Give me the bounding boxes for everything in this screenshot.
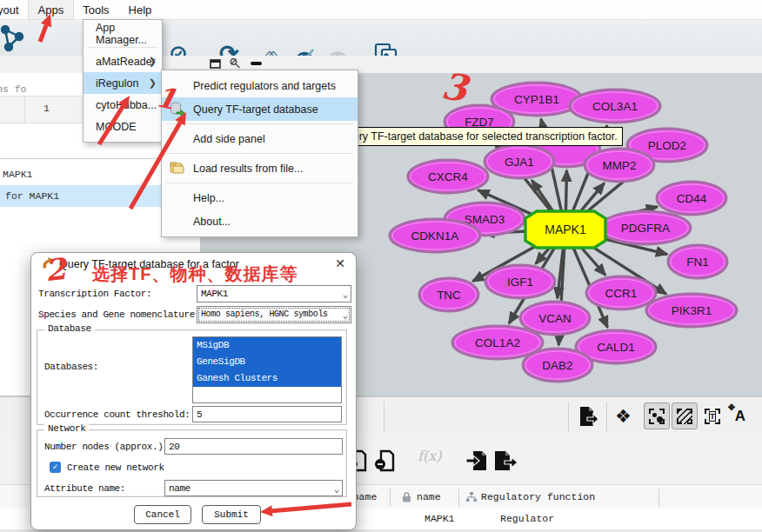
svg-text:IGF1: IGF1 bbox=[507, 276, 533, 289]
lock-icon bbox=[402, 492, 411, 505]
network-group: Network Number nodes (approx.): 20 ✓ Cre… bbox=[37, 429, 347, 497]
export-table-icon[interactable] bbox=[492, 449, 518, 475]
network-node-CD44[interactable]: CD44 bbox=[657, 182, 726, 215]
close-icon[interactable]: ✕ bbox=[335, 256, 345, 270]
network-icon[interactable] bbox=[0, 23, 33, 56]
export-view-icon[interactable] bbox=[577, 405, 599, 431]
attribute-name-label: Attribute name: bbox=[44, 483, 125, 494]
network-node-CCR1[interactable]: CCR1 bbox=[586, 276, 656, 309]
cell-name: MAPK1 bbox=[424, 513, 455, 524]
menu-layout[interactable]: yout bbox=[0, 0, 29, 19]
menu-item-iregulon[interactable]: iRegulon❯ bbox=[84, 72, 162, 94]
menu-bar: yout Apps Tools Help bbox=[0, 0, 762, 20]
menu-item-app-manager[interactable]: App Manager... bbox=[84, 23, 162, 44]
list-item[interactable]: Ganesh Clusters bbox=[193, 370, 341, 387]
databases-listbox[interactable]: MSigDB GeneSigDB Ganesh Clusters bbox=[192, 336, 342, 403]
move-labels-button[interactable]: ✥A bbox=[727, 402, 753, 429]
column-regulatory-function[interactable]: Regulatory function bbox=[481, 491, 595, 502]
database-group: Database Databases: MSigDB GeneSigDB Gan… bbox=[37, 329, 347, 425]
move-arrows-icon: ✥ bbox=[728, 402, 735, 412]
menu-item-amatreader[interactable]: aMatReader❯ bbox=[84, 50, 162, 72]
column-name[interactable]: name bbox=[417, 491, 441, 502]
delete-column-icon[interactable] bbox=[374, 449, 397, 475]
number-nodes-label: Number nodes (approx.): bbox=[44, 442, 169, 452]
network-node-center-MAPK1[interactable]: MAPK1 bbox=[525, 211, 605, 248]
list-item[interactable]: GeneSigDB bbox=[193, 354, 341, 370]
function-builder-icon[interactable]: f(x) bbox=[418, 448, 441, 464]
dialog-titlebar[interactable]: Query TF-target database for a factor ✕ bbox=[31, 253, 356, 276]
submit-button[interactable]: Submit bbox=[202, 505, 261, 524]
menu-item-predict-regulators[interactable]: Predict regulators and targets bbox=[162, 74, 358, 97]
select-annotations-button[interactable]: T bbox=[699, 402, 725, 429]
folder-icon bbox=[169, 160, 185, 178]
svg-text:DAB2: DAB2 bbox=[542, 359, 572, 372]
dialog-wizard-icon bbox=[41, 257, 56, 275]
submenu-arrow-icon: ❯ bbox=[149, 56, 157, 67]
menu-item-about[interactable]: About... bbox=[162, 209, 358, 233]
menu-item-add-side-panel[interactable]: Add side panel bbox=[162, 127, 358, 150]
menu-tools[interactable]: Tools bbox=[73, 0, 118, 19]
tf-combobox[interactable]: MAPK1⌄ bbox=[197, 285, 351, 303]
svg-text:CCR1: CCR1 bbox=[605, 287, 638, 300]
cell-regulatory-function: Regulator bbox=[500, 513, 554, 524]
svg-text:CALD1: CALD1 bbox=[597, 341, 635, 354]
network-node-CXCR4[interactable]: CXCR4 bbox=[408, 160, 488, 193]
number-nodes-input[interactable]: 20 bbox=[164, 438, 343, 455]
svg-text:PDGFRA: PDGFRA bbox=[621, 222, 670, 235]
submenu-arrow-icon: ❯ bbox=[149, 77, 157, 89]
svg-text:CXCR4: CXCR4 bbox=[428, 170, 468, 183]
svg-text:COL1A2: COL1A2 bbox=[475, 336, 520, 349]
species-combobox[interactable]: Homo sapiens, HGNC symbols⌄ bbox=[197, 306, 351, 323]
network-edge[interactable] bbox=[532, 180, 555, 213]
menu-item-help[interactable]: Help... bbox=[162, 186, 358, 209]
databases-label: Databases: bbox=[44, 362, 98, 372]
iregulon-submenu: Predict regulators and targets Query TF-… bbox=[161, 70, 358, 237]
chevron-down-icon: ⌄ bbox=[334, 482, 339, 497]
panel-fragment-text: ms fo bbox=[0, 83, 27, 95]
network-node-VCAN[interactable]: VCAN bbox=[520, 302, 590, 335]
network-node-GJA1[interactable]: GJA1 bbox=[485, 145, 554, 178]
tf-label: Transcription Factor: bbox=[38, 289, 151, 299]
network-node-CDKN1A[interactable]: CDKN1A bbox=[390, 219, 480, 252]
database-query-icon bbox=[169, 101, 185, 120]
network-node-FN1[interactable]: FN1 bbox=[668, 245, 727, 278]
svg-text:PIK3R1: PIK3R1 bbox=[672, 304, 712, 317]
create-network-checkbox[interactable]: ✓ bbox=[50, 462, 61, 473]
svg-text:CD44: CD44 bbox=[677, 192, 707, 205]
svg-text:FN1: FN1 bbox=[686, 256, 709, 269]
cancel-button[interactable]: Cancel bbox=[134, 505, 191, 524]
menu-item-cytohubba[interactable]: cytoHubba... bbox=[84, 94, 162, 116]
species-label: Species and Gene nomenclature: bbox=[38, 309, 200, 320]
network-node-DAB2[interactable]: DAB2 bbox=[523, 349, 592, 382]
svg-text:PLOD2: PLOD2 bbox=[648, 139, 686, 152]
create-network-label: Create new network bbox=[67, 462, 164, 473]
occurrence-input[interactable]: 5 bbox=[192, 406, 342, 422]
network-node-COL3A1[interactable]: COL3A1 bbox=[570, 90, 660, 123]
select-edges-button[interactable] bbox=[672, 402, 698, 429]
svg-text:MMP2: MMP2 bbox=[602, 159, 636, 172]
menu-item-mcode[interactable]: MCODE bbox=[84, 116, 162, 137]
network-node-TNC[interactable]: TNC bbox=[419, 278, 478, 311]
network-node-PIK3R1[interactable]: PIK3R1 bbox=[646, 294, 737, 327]
network-edge[interactable] bbox=[566, 170, 567, 210]
network-node-MMP2[interactable]: MMP2 bbox=[585, 149, 654, 182]
network-node-PDGFRA[interactable]: PDGFRA bbox=[600, 211, 691, 244]
query-tf-dialog: Query TF-target database for a factor ✕ … bbox=[30, 252, 357, 530]
list-item[interactable]: MSigDB bbox=[193, 337, 341, 354]
import-table-icon[interactable] bbox=[465, 449, 489, 475]
tooltip: Query TF-target database for selected tr… bbox=[333, 127, 623, 146]
menu-apps[interactable]: Apps bbox=[29, 0, 74, 19]
menu-item-query-tf-database[interactable]: Query TF-target database bbox=[162, 97, 358, 121]
attribute-combobox[interactable]: name⌄ bbox=[164, 480, 343, 496]
menu-help[interactable]: Help bbox=[119, 0, 162, 19]
network-node-IGF1[interactable]: IGF1 bbox=[485, 265, 555, 298]
select-nodes-button[interactable] bbox=[644, 402, 670, 429]
svg-text:COL3A1: COL3A1 bbox=[592, 100, 638, 113]
hierarchy-icon bbox=[466, 492, 477, 505]
fit-content-icon[interactable]: ❖ bbox=[615, 406, 632, 427]
svg-text:MAPK1: MAPK1 bbox=[545, 223, 586, 236]
minimize-panel-icon[interactable] bbox=[251, 62, 262, 65]
apps-menu: App Manager... aMatReader❯ iRegulon❯ cyt… bbox=[83, 19, 163, 143]
menu-item-load-results[interactable]: Load results from file... bbox=[162, 156, 358, 180]
svg-text:CDKN1A: CDKN1A bbox=[411, 229, 459, 243]
